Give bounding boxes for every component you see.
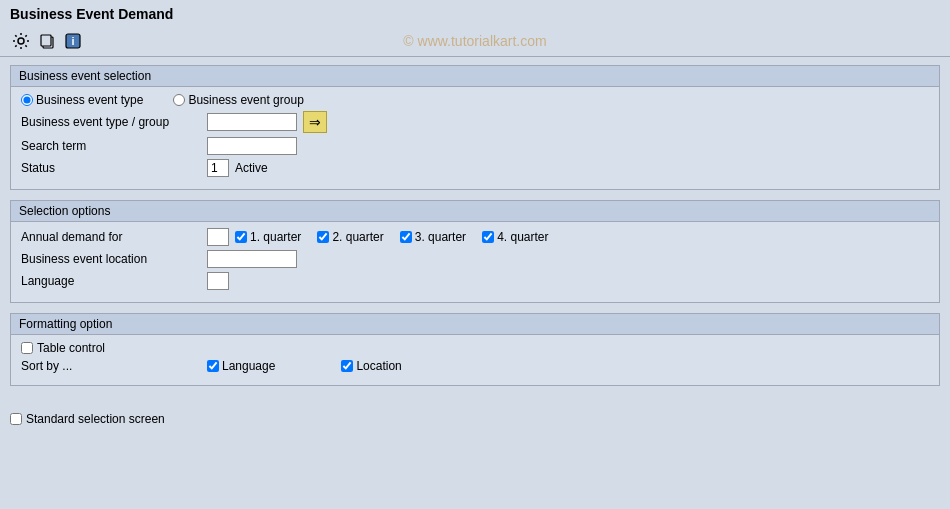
table-control-label: Table control	[37, 341, 105, 355]
quarter3-checkbox[interactable]	[400, 231, 412, 243]
selection-options-body: Annual demand for 1. quarter 2. quarter …	[11, 222, 939, 302]
annual-demand-row: Annual demand for 1. quarter 2. quarter …	[21, 228, 929, 246]
main-content: Business event selection Business event …	[0, 57, 950, 404]
quarter2-item[interactable]: 2. quarter	[317, 230, 383, 244]
radio-event-type-input[interactable]	[21, 94, 33, 106]
sort-language-item[interactable]: Language	[207, 359, 275, 373]
sort-language-label: Language	[222, 359, 275, 373]
settings-icon[interactable]	[10, 30, 32, 52]
quarter2-checkbox[interactable]	[317, 231, 329, 243]
quarter3-label: 3. quarter	[415, 230, 466, 244]
selection-options-header: Selection options	[11, 201, 939, 222]
arrow-button[interactable]: ⇒	[303, 111, 327, 133]
std-selection-row[interactable]: Standard selection screen	[10, 412, 940, 426]
selection-options-section: Selection options Annual demand for 1. q…	[10, 200, 940, 303]
radio-event-group-input[interactable]	[173, 94, 185, 106]
radio-event-type-label: Business event type	[36, 93, 143, 107]
sort-location-item[interactable]: Location	[341, 359, 401, 373]
business-event-selection-section: Business event selection Business event …	[10, 65, 940, 190]
status-text: Active	[235, 161, 268, 175]
page-title: Business Event Demand	[0, 0, 950, 26]
watermark: © www.tutorialkart.com	[403, 33, 546, 49]
sort-language-checkbox[interactable]	[207, 360, 219, 372]
search-term-row: Search term	[21, 137, 929, 155]
std-selection-checkbox[interactable]	[10, 413, 22, 425]
bottom-section: Standard selection screen	[0, 404, 950, 434]
location-row: Business event location	[21, 250, 929, 268]
table-control-checkbox[interactable]	[21, 342, 33, 354]
formatting-option-section: Formatting option Table control Sort by …	[10, 313, 940, 386]
sort-location-checkbox[interactable]	[341, 360, 353, 372]
event-type-radio-group: Business event type Business event group	[21, 93, 304, 107]
location-label: Business event location	[21, 252, 201, 266]
language-label: Language	[21, 274, 201, 288]
type-group-row: Business event type / group ⇒	[21, 111, 929, 133]
quarter1-item[interactable]: 1. quarter	[235, 230, 301, 244]
copy-icon[interactable]	[36, 30, 58, 52]
info-icon[interactable]: i	[62, 30, 84, 52]
sort-location-label: Location	[356, 359, 401, 373]
type-group-label: Business event type / group	[21, 115, 201, 129]
radio-event-group-label: Business event group	[188, 93, 303, 107]
status-input[interactable]	[207, 159, 229, 177]
quarter4-item[interactable]: 4. quarter	[482, 230, 548, 244]
language-input[interactable]	[207, 272, 229, 290]
status-row: Status Active	[21, 159, 929, 177]
svg-text:i: i	[71, 35, 74, 47]
search-term-label: Search term	[21, 139, 201, 153]
quarter1-label: 1. quarter	[250, 230, 301, 244]
radio-row: Business event type Business event group	[21, 93, 929, 107]
radio-business-event-type[interactable]: Business event type	[21, 93, 143, 107]
toolbar: i © www.tutorialkart.com	[0, 26, 950, 57]
business-event-selection-header: Business event selection	[11, 66, 939, 87]
business-event-selection-body: Business event type Business event group…	[11, 87, 939, 189]
svg-point-0	[18, 38, 24, 44]
location-input[interactable]	[207, 250, 297, 268]
type-group-input[interactable]	[207, 113, 297, 131]
annual-demand-label: Annual demand for	[21, 230, 201, 244]
quarter4-checkbox[interactable]	[482, 231, 494, 243]
radio-business-event-group[interactable]: Business event group	[173, 93, 303, 107]
std-selection-label: Standard selection screen	[26, 412, 165, 426]
status-label: Status	[21, 161, 201, 175]
annual-demand-input[interactable]	[207, 228, 229, 246]
quarter2-label: 2. quarter	[332, 230, 383, 244]
quarter3-item[interactable]: 3. quarter	[400, 230, 466, 244]
quarter1-checkbox[interactable]	[235, 231, 247, 243]
language-row: Language	[21, 272, 929, 290]
svg-rect-2	[41, 35, 51, 46]
sort-by-label: Sort by ...	[21, 359, 201, 373]
formatting-option-body: Table control Sort by ... Language Locat…	[11, 335, 939, 385]
quarter4-label: 4. quarter	[497, 230, 548, 244]
formatting-option-header: Formatting option	[11, 314, 939, 335]
sort-by-row: Sort by ... Language Location	[21, 359, 929, 373]
quarter-group: 1. quarter 2. quarter 3. quarter 4. quar…	[235, 230, 549, 244]
table-control-row: Table control	[21, 341, 929, 355]
search-term-input[interactable]	[207, 137, 297, 155]
